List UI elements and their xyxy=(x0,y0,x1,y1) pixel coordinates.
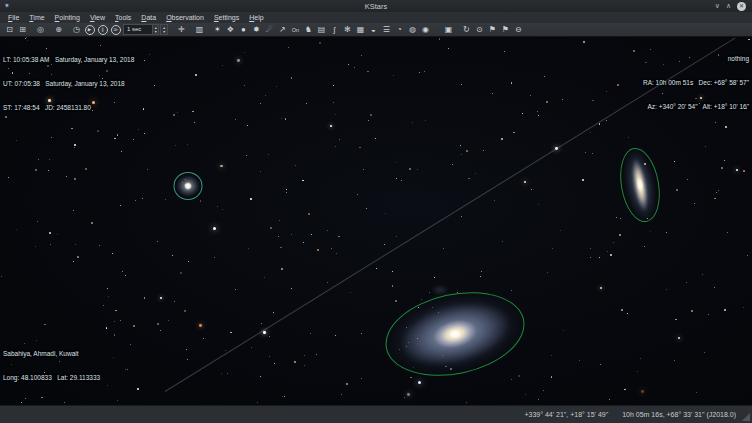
star xyxy=(304,365,305,366)
star xyxy=(429,292,430,293)
star xyxy=(310,333,311,334)
stars-toggle-icon[interactable]: ✶ xyxy=(211,24,224,36)
minimize-button[interactable]: ∨ xyxy=(715,1,720,11)
menu-help[interactable]: Help xyxy=(244,12,268,23)
menu-settings[interactable]: Settings xyxy=(209,12,244,23)
horizon-ground-icon[interactable]: ◒ xyxy=(367,24,380,36)
menu-tools[interactable]: Tools xyxy=(110,12,136,23)
time-step-spinner[interactable]: ▲▼ xyxy=(160,24,167,35)
pointing-arrows-icon[interactable]: ✛ xyxy=(175,24,188,36)
geolocation-globe-icon[interactable]: ⊕ xyxy=(52,24,65,36)
sky-map[interactable]: LT: 10:05:38 AM Saturday, January 13, 20… xyxy=(0,37,752,405)
star xyxy=(308,213,310,215)
star xyxy=(188,261,189,262)
star xyxy=(35,169,37,171)
milky-way-icon[interactable]: ʃ xyxy=(328,24,341,36)
star xyxy=(385,213,386,214)
star xyxy=(705,146,706,147)
star xyxy=(401,180,402,181)
star xyxy=(306,103,308,105)
star xyxy=(294,361,296,363)
menu-data[interactable]: Data xyxy=(136,12,161,23)
equatorial-grid-icon[interactable]: ✻ xyxy=(341,24,354,36)
step-forward-icon[interactable]: ≫ xyxy=(109,24,122,36)
image-view-icon[interactable]: ▥ xyxy=(193,24,206,36)
flag-icon[interactable]: ⚑ xyxy=(486,24,499,36)
star xyxy=(71,128,73,130)
close-button[interactable]: ✕ xyxy=(737,2,746,11)
star xyxy=(600,364,602,366)
title-bar[interactable]: ✶ KStars ∨ ∧ ✕ xyxy=(0,0,752,12)
horizontal-grid-icon[interactable]: ▦ xyxy=(354,24,367,36)
star xyxy=(144,60,145,61)
constellation-names-icon[interactable]: On xyxy=(289,24,302,36)
star xyxy=(409,168,411,170)
star xyxy=(160,330,161,331)
download-data-icon[interactable]: ⊡ xyxy=(3,24,16,36)
status-azalt: +339° 44' 21", +18° 15' 49" xyxy=(524,411,608,418)
star xyxy=(346,383,348,385)
satellites-toggle-icon[interactable]: ↗ xyxy=(276,24,289,36)
find-object-icon[interactable]: ⊞ xyxy=(16,24,29,36)
star xyxy=(452,164,453,165)
star xyxy=(304,355,305,356)
rotate-view-icon[interactable]: ↻ xyxy=(460,24,473,36)
star xyxy=(295,165,296,166)
star xyxy=(273,312,274,313)
observation-list-icon[interactable]: ☰ xyxy=(380,24,393,36)
star xyxy=(702,274,703,275)
star xyxy=(461,154,462,155)
lock-position-icon[interactable]: ▣ xyxy=(442,24,455,36)
star xyxy=(475,173,476,174)
deep-sky-toggle-icon[interactable]: ❖ xyxy=(224,24,237,36)
center-target-icon[interactable]: ⊙ xyxy=(473,24,486,36)
star xyxy=(112,253,113,254)
flag2-icon[interactable]: ⚑ xyxy=(499,24,512,36)
supernovae-toggle-icon[interactable]: ✸ xyxy=(250,24,263,36)
fov-symbol-icon[interactable]: ◔ xyxy=(393,24,406,36)
menu-observation[interactable]: Observation xyxy=(161,12,209,23)
start-clock-icon[interactable]: ▶ xyxy=(83,24,96,36)
star xyxy=(284,396,285,397)
star xyxy=(367,71,369,73)
set-time-clock-icon[interactable]: ◷ xyxy=(70,24,83,36)
menu-time[interactable]: Time xyxy=(24,12,49,23)
star xyxy=(97,130,99,132)
star xyxy=(49,232,51,234)
star xyxy=(157,323,159,325)
local-time-line: LT: 10:05:38 AM Saturday, January 13, 20… xyxy=(3,56,134,64)
star xyxy=(511,82,513,84)
menu-view[interactable]: View xyxy=(85,12,110,23)
star xyxy=(291,234,292,235)
constellation-art-icon[interactable]: ♞ xyxy=(302,24,315,36)
star xyxy=(350,292,351,293)
time-step-spinner[interactable]: ▲▼ xyxy=(152,24,159,35)
star xyxy=(747,255,748,256)
resize-grip[interactable] xyxy=(742,413,750,421)
menu-file[interactable]: File xyxy=(3,12,24,23)
star xyxy=(393,75,394,76)
star xyxy=(666,232,667,233)
eye-icon[interactable]: ◉ xyxy=(419,24,432,36)
observatory-dome-icon[interactable]: ◍ xyxy=(406,24,419,36)
constellation-boundaries-icon[interactable]: ▤ xyxy=(315,24,328,36)
star xyxy=(522,113,523,114)
search-icon[interactable]: ◎ xyxy=(34,24,47,36)
star xyxy=(278,236,280,238)
realtime-clock-icon[interactable]: ∥ xyxy=(96,24,109,36)
star xyxy=(311,234,312,235)
maximize-button[interactable]: ∧ xyxy=(726,1,731,11)
comets-toggle-icon[interactable]: ☄ xyxy=(263,24,276,36)
star xyxy=(133,139,134,140)
collapse-icon[interactable]: ⊖ xyxy=(512,24,525,36)
star xyxy=(410,377,412,379)
star xyxy=(247,125,248,126)
time-step-widget[interactable]: 1 sec▲▼▲▼ xyxy=(123,24,169,35)
time-step-value[interactable]: 1 sec xyxy=(123,24,152,35)
planets-toggle-icon[interactable]: ● xyxy=(237,24,250,36)
star xyxy=(220,165,223,168)
star xyxy=(288,47,289,48)
menu-pointing[interactable]: Pointing xyxy=(50,12,85,23)
star xyxy=(531,189,532,190)
star xyxy=(417,169,418,170)
